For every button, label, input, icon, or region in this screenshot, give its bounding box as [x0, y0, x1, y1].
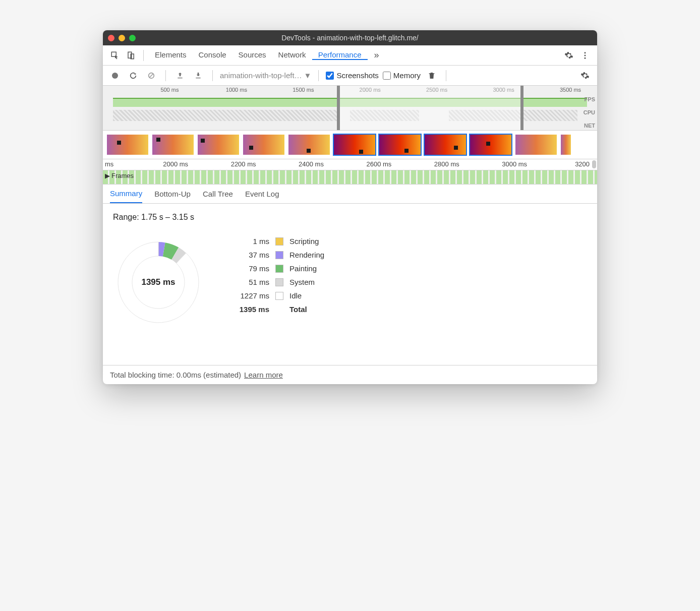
blocking-time-text: Total blocking time: 0.00ms (estimated)	[110, 371, 241, 379]
memory-checkbox[interactable]: Memory	[383, 71, 421, 80]
screenshots-checkbox[interactable]: Screenshots	[326, 71, 378, 80]
tab-console[interactable]: Console	[193, 50, 232, 59]
screenshot-thumb[interactable]	[561, 135, 571, 155]
svg-point-6	[112, 73, 118, 79]
chevron-down-icon: ▼	[304, 71, 312, 80]
detail-tick: 2000 ms	[163, 160, 188, 168]
overview[interactable]: 500 ms1000 ms1500 ms2000 ms2500 ms3000 m…	[103, 86, 597, 131]
overview-tick: 500 ms	[160, 87, 179, 93]
legend-swatch	[275, 251, 283, 259]
trash-icon[interactable]	[425, 69, 439, 83]
tab-call-tree[interactable]: Call Tree	[203, 185, 233, 203]
scroll-handle[interactable]	[592, 160, 596, 168]
profile-select[interactable]: animation-with-top-left… ▼	[220, 71, 311, 80]
overview-tick: 3500 ms	[560, 87, 581, 93]
summary-donut: 1395 ms	[113, 237, 204, 328]
main-tabs: ElementsConsoleSourcesNetworkPerformance…	[103, 45, 597, 66]
screenshot-thumb[interactable]	[243, 135, 284, 155]
frames-toggle[interactable]: ▶ Frames	[105, 172, 134, 179]
upload-icon[interactable]	[173, 69, 187, 83]
clear-icon[interactable]	[144, 69, 158, 83]
window-maximize-button[interactable]	[129, 35, 136, 41]
detail-tick: 2600 ms	[366, 160, 391, 168]
detail-tick: 3000 ms	[502, 160, 527, 168]
legend-value: 51 ms	[234, 278, 269, 286]
screenshots-label: Screenshots	[336, 71, 378, 80]
screenshots-checkbox-input[interactable]	[326, 72, 334, 80]
svg-point-4	[585, 54, 586, 56]
divider	[212, 70, 213, 81]
summary-tabs: SummaryBottom-UpCall TreeEvent Log	[103, 185, 597, 204]
tab-event-log[interactable]: Event Log	[245, 185, 279, 203]
legend-value: 1 ms	[234, 237, 269, 246]
play-icon: ▶	[105, 172, 110, 179]
window-close-button[interactable]	[108, 35, 114, 41]
screenshot-thumb[interactable]	[379, 135, 421, 155]
device-toolbar-icon[interactable]	[124, 48, 138, 63]
screenshot-thumb[interactable]	[470, 135, 511, 155]
tab-summary[interactable]: Summary	[110, 185, 142, 203]
detail-ruler[interactable]: ms2000 ms2200 ms2400 ms2600 ms2800 ms300…	[103, 159, 597, 170]
tab-network[interactable]: Network	[272, 50, 312, 59]
screenshot-thumb[interactable]	[515, 135, 557, 155]
tab-performance[interactable]: Performance	[312, 50, 368, 60]
record-icon[interactable]	[108, 69, 122, 83]
divider	[143, 50, 144, 61]
inspect-element-icon[interactable]	[108, 48, 122, 63]
legend-swatch	[275, 292, 283, 300]
legend-label: Scripting	[289, 237, 324, 246]
filmstrip[interactable]	[103, 131, 597, 159]
memory-label: Memory	[393, 71, 421, 80]
screenshot-thumb[interactable]	[425, 135, 466, 155]
titlebar[interactable]: DevTools - animation-with-top-left.glitc…	[103, 30, 597, 45]
legend-value: 79 ms	[234, 264, 269, 273]
svg-point-3	[585, 52, 586, 53]
divider	[165, 70, 166, 81]
divider	[318, 70, 319, 81]
frames-label-text: Frames	[111, 172, 134, 179]
perf-toolbar: animation-with-top-left… ▼ Screenshots M…	[103, 66, 597, 86]
window-minimize-button[interactable]	[119, 35, 125, 41]
reload-icon[interactable]	[126, 69, 140, 83]
overview-tick: 1000 ms	[226, 87, 247, 93]
download-icon[interactable]	[191, 69, 205, 83]
kebab-menu-icon[interactable]	[578, 48, 592, 63]
detail-tick: 2200 ms	[231, 160, 256, 168]
detail-tick: ms	[105, 160, 113, 168]
overview-selection[interactable]	[337, 86, 524, 130]
legend-label: System	[289, 278, 324, 286]
detail-tick: 3200	[575, 160, 590, 168]
legend-total-label: Total	[289, 305, 324, 314]
legend-swatch	[275, 278, 283, 286]
capture-settings-gear-icon[interactable]	[578, 69, 592, 83]
net-label: NET	[584, 123, 595, 129]
fps-label: FPS	[585, 96, 595, 102]
screenshot-thumb[interactable]	[334, 135, 375, 155]
memory-checkbox-input[interactable]	[383, 72, 391, 80]
detail-tick: 2400 ms	[299, 160, 324, 168]
donut-total: 1395 ms	[141, 277, 175, 287]
svg-point-5	[585, 57, 586, 58]
screenshot-thumb[interactable]	[107, 135, 148, 155]
screenshot-thumb[interactable]	[288, 135, 330, 155]
statusbar: Total blocking time: 0.00ms (estimated) …	[103, 365, 597, 384]
more-tabs-icon[interactable]: »	[370, 48, 384, 63]
screenshot-thumb[interactable]	[198, 135, 239, 155]
devtools-window: DevTools - animation-with-top-left.glitc…	[103, 30, 597, 384]
svg-line-8	[149, 74, 153, 78]
frames-row[interactable]: ▶ Frames	[103, 170, 597, 185]
legend-value: 37 ms	[234, 251, 269, 259]
summary-panel: Range: 1.75 s – 3.15 s 1395 ms 1 msScrip…	[103, 204, 597, 365]
tab-elements[interactable]: Elements	[149, 50, 193, 59]
window-title: DevTools - animation-with-top-left.glitc…	[108, 34, 592, 42]
learn-more-link[interactable]: Learn more	[244, 371, 283, 379]
tab-bottom-up[interactable]: Bottom-Up	[154, 185, 191, 203]
legend-label: Painting	[289, 264, 324, 273]
range-text: Range: 1.75 s – 3.15 s	[113, 213, 587, 222]
settings-gear-icon[interactable]	[562, 48, 576, 63]
legend-swatch	[275, 237, 283, 246]
cpu-label: CPU	[584, 109, 595, 115]
screenshot-thumb[interactable]	[152, 135, 194, 155]
tab-sources[interactable]: Sources	[232, 50, 272, 59]
overview-tick: 1500 ms	[293, 87, 314, 93]
